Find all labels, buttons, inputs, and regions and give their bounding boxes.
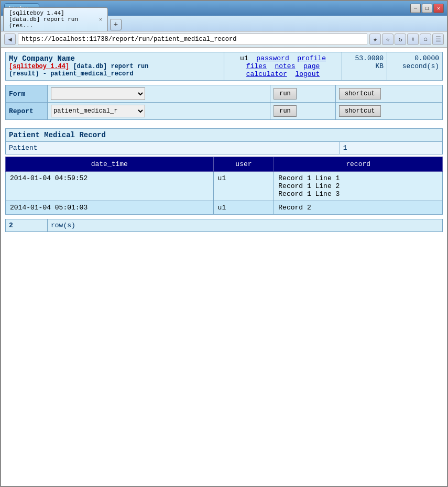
nav-profile-link[interactable]: profile — [297, 54, 326, 62]
time-unit: second(s) — [402, 62, 439, 70]
nav-files-link[interactable]: files — [246, 62, 267, 70]
tabbar: [sqliteboy 1.44] [data.db] report run (r… — [1, 16, 447, 31]
report-label-cell: Report — [6, 103, 48, 120]
company-name: My Company Name — [9, 54, 221, 63]
content-inner: My Company Name [sqliteboy 1.44] [data.d… — [1, 48, 447, 236]
report-row: Report patient_medical_r run shortcut — [6, 103, 443, 120]
form-label-cell: Form — [6, 85, 48, 103]
report-title-cell: Patient Medical Record — [6, 129, 443, 142]
bookmark-icon[interactable]: ★ — [369, 34, 381, 45]
menu-button[interactable]: ☰ — [432, 34, 444, 45]
form-run-cell: run — [270, 85, 336, 103]
time-cell: 0.0000 second(s) — [387, 52, 443, 81]
header-table: My Company Name [sqliteboy 1.44] [data.d… — [5, 52, 443, 81]
col-record: record — [274, 157, 443, 172]
download-button[interactable]: ⬇ — [407, 34, 419, 45]
db-label: [data.db] report run — [73, 63, 148, 70]
report-select-cell: patient_medical_r — [48, 103, 270, 120]
col-datetime: date_time — [6, 157, 214, 172]
nav-user-label: u1 — [240, 54, 248, 62]
row-label-cell: row(s) — [48, 219, 443, 232]
cell-record: Record 1 Line 1Record 1 Line 2Record 1 L… — [274, 172, 443, 201]
address-icons: ★ ☆ ↻ ⬇ ⌂ ☰ — [369, 34, 444, 45]
maximize-button[interactable]: □ — [422, 4, 432, 13]
refresh-button[interactable]: ↻ — [395, 34, 406, 45]
nav-links-cell: u1 password profile files notes page cal… — [224, 52, 342, 81]
report-title-row: Patient Medical Record — [6, 129, 443, 142]
report-select[interactable]: patient_medical_r — [51, 105, 145, 117]
table-row: 2014-01-04 05:01:03u1Record 2 — [6, 201, 443, 215]
minimize-button[interactable]: ─ — [410, 4, 421, 13]
cell-record: Record 2 — [274, 201, 443, 215]
report-run-cell: run — [270, 103, 336, 120]
report-subpath: (result) - patient_medical_record — [9, 70, 134, 78]
report-label: Report — [9, 107, 34, 115]
table-header-row: date_time user record — [6, 157, 443, 172]
nav-password-link[interactable]: password — [256, 54, 289, 62]
app-link[interactable]: [sqliteboy 1.44] — [9, 63, 69, 70]
cell-user: u1 — [213, 201, 274, 215]
tab-close-icon[interactable]: ✕ — [99, 16, 102, 23]
cell-user: u1 — [213, 172, 274, 201]
form-label: Form — [9, 90, 25, 98]
form-shortcut-button[interactable]: shortcut — [339, 88, 381, 99]
cell-datetime: 2014-01-04 04:59:52 — [6, 172, 214, 201]
data-table: date_time user record 2014-01-04 04:59:5… — [5, 157, 443, 215]
active-tab[interactable]: [sqliteboy 1.44] [data.db] report run (r… — [3, 7, 108, 31]
back-button[interactable]: ◀ — [4, 34, 16, 45]
nav-calculator-link[interactable]: calculator — [246, 70, 287, 78]
form-select[interactable] — [51, 87, 145, 100]
col-user: user — [213, 157, 274, 172]
form-select-cell — [48, 85, 270, 103]
size-unit: KB — [375, 62, 384, 70]
addressbar: ◀ ★ ☆ ↻ ⬇ ⌂ ☰ — [1, 31, 447, 48]
report-header-table: Patient Medical Record Patient 1 — [5, 128, 443, 154]
report-run-button[interactable]: run — [274, 105, 297, 117]
nav-notes-link[interactable]: notes — [275, 62, 295, 70]
content-area: My Company Name [sqliteboy 1.44] [data.d… — [1, 48, 447, 486]
nav-logout-link[interactable]: logout — [295, 70, 320, 78]
url-input[interactable] — [18, 34, 367, 45]
size-value: 53.0000 — [355, 54, 384, 62]
report-shortcut-cell: shortcut — [335, 103, 442, 120]
size-cell: 53.0000 KB — [342, 52, 387, 81]
home-button[interactable]: ⌂ — [420, 34, 431, 45]
browser-window: Firefox ▼ ─ □ ✕ [sqliteboy 1.44] [data.d… — [0, 0, 448, 487]
new-tab-button[interactable]: + — [110, 19, 122, 30]
window-controls: ─ □ ✕ — [410, 4, 444, 13]
form-shortcut-cell: shortcut — [335, 85, 442, 103]
patient-value-cell: 1 — [340, 142, 442, 154]
tab-label: [sqliteboy 1.44] [data.db] report run (r… — [9, 10, 96, 29]
row-count-cell: 2 — [6, 219, 48, 232]
footer-table: 2 row(s) — [5, 219, 443, 232]
patient-row: Patient 1 — [6, 142, 443, 154]
bookmark-outline-icon[interactable]: ☆ — [382, 34, 394, 45]
company-cell: My Company Name [sqliteboy 1.44] [data.d… — [6, 52, 224, 81]
report-path: [sqliteboy 1.44] [data.db] report run (r… — [9, 63, 221, 78]
controls-table: Form run shortcut — [5, 85, 443, 120]
time-value: 0.0000 — [414, 54, 439, 62]
form-row: Form run shortcut — [6, 85, 443, 103]
form-run-button[interactable]: run — [274, 88, 297, 99]
report-shortcut-button[interactable]: shortcut — [339, 105, 381, 117]
footer-row: 2 row(s) — [6, 219, 443, 232]
nav-page-link[interactable]: page — [303, 62, 320, 70]
table-row: 2014-01-04 04:59:52u1Record 1 Line 1Reco… — [6, 172, 443, 201]
close-button[interactable]: ✕ — [433, 4, 444, 13]
cell-datetime: 2014-01-04 05:01:03 — [6, 201, 214, 215]
patient-label-cell: Patient — [6, 142, 340, 154]
